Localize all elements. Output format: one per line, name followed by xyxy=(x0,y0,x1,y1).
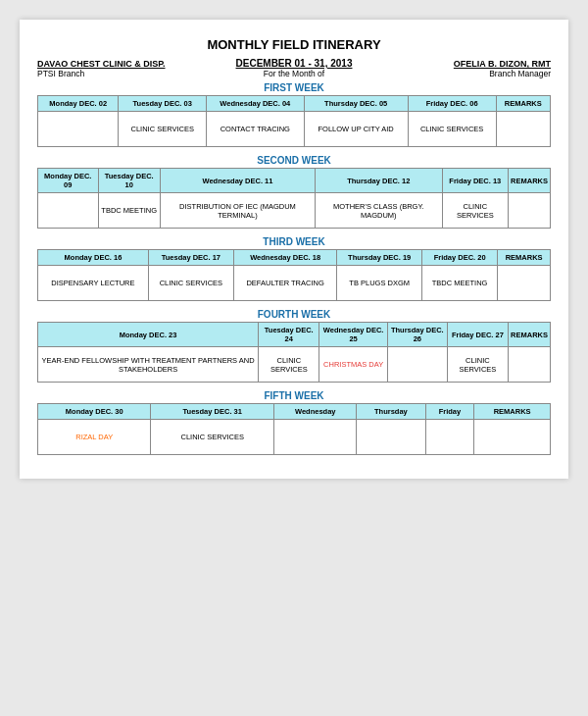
table-row: DISPENSARY LECTURECLINIC SERVICESDEFAULT… xyxy=(38,266,551,301)
week-table-4: Monday DEC. 30Tuesday DEC. 31WednesdayTh… xyxy=(37,403,551,455)
cell-2-0-1: CLINIC SERVICES xyxy=(148,266,233,301)
cell-3-0-3 xyxy=(387,347,447,383)
cell-1-0-4: CLINIC SERVICES xyxy=(442,193,509,229)
col-header-2-1: Tuesday DEC. 17 xyxy=(148,250,233,266)
col-header-0-5: REMARKS xyxy=(496,96,550,112)
col-header-2-4: Friday DEC. 20 xyxy=(422,250,498,266)
main-title: MONTHLY FIELD ITINERARY xyxy=(37,37,551,52)
week-table-1: Monday DEC. 09Tuesday DEC. 10Wednesday D… xyxy=(37,168,551,229)
col-header-2-5: REMARKS xyxy=(498,250,551,266)
col-header-4-2: Wednesday xyxy=(274,404,357,420)
col-header-4-1: Tuesday DEC. 31 xyxy=(151,404,274,420)
page: MONTHLY FIELD ITINERARY DAVAO CHEST CLIN… xyxy=(20,20,568,479)
cell-2-0-0: DISPENSARY LECTURE xyxy=(38,266,149,301)
col-header-1-2: Wednesday DEC. 11 xyxy=(160,169,315,193)
col-header-3-2: Wednesday DEC. 25 xyxy=(319,323,387,347)
col-header-1-4: Friday DEC. 13 xyxy=(442,169,509,193)
cell-4-0-3 xyxy=(357,420,425,455)
col-header-1-5: REMARKS xyxy=(509,169,551,193)
cell-1-0-3: MOTHER'S CLASS (BRGY. MAGDUM) xyxy=(316,193,443,229)
col-header-3-1: Tuesday DEC. 24 xyxy=(259,323,319,347)
cell-3-0-2: CHRISTMAS DAY xyxy=(319,347,387,383)
col-header-0-1: Tuesday DEC. 03 xyxy=(119,96,207,112)
col-header-4-4: Friday xyxy=(425,404,474,420)
week-title-1: SECOND WEEK xyxy=(37,153,551,168)
header-right-sub: Branch Manager xyxy=(379,69,551,78)
cell-2-0-3: TB PLUGS DXGM xyxy=(337,266,422,301)
cell-3-0-5 xyxy=(509,347,551,383)
table-row: TBDC MEETINGDISTRIBUTION OF IEC (MAGDUM … xyxy=(38,193,551,229)
week-section-1: SECOND WEEKMonday DEC. 09Tuesday DEC. 10… xyxy=(37,153,551,229)
col-header-4-5: REMARKS xyxy=(474,404,551,420)
header-right: OFELIA B. DIZON, RMT Branch Manager xyxy=(379,59,551,78)
col-header-4-0: Monday DEC. 30 xyxy=(38,404,151,420)
week-table-0: Monday DEC. 02Tuesday DEC. 03Wednesday D… xyxy=(37,95,551,147)
cell-0-0-4: CLINIC SERVICES xyxy=(408,112,496,147)
cell-0-0-5 xyxy=(496,112,550,147)
table-row: YEAR-END FELLOWSHIP WITH TREATMENT PARTN… xyxy=(38,347,551,383)
header-left: DAVAO CHEST CLINIC & DISP. PTSI Branch xyxy=(37,59,209,78)
cell-4-0-2 xyxy=(274,420,357,455)
cell-4-0-5 xyxy=(474,420,551,455)
header-left-sub: PTSI Branch xyxy=(37,69,209,78)
header-right-label: OFELIA B. DIZON, RMT xyxy=(379,59,551,69)
week-section-4: FIFTH WEEKMonday DEC. 30Tuesday DEC. 31W… xyxy=(37,388,551,455)
week-section-3: FOURTH WEEKMonday DEC. 23Tuesday DEC. 24… xyxy=(37,307,551,383)
week-title-3: FOURTH WEEK xyxy=(37,307,551,322)
cell-1-0-5 xyxy=(509,193,551,229)
cell-0-0-3: FOLLOW UP CITY AID xyxy=(304,112,408,147)
cell-3-0-1: CLINIC SERVICES xyxy=(259,347,319,383)
col-header-0-4: Friday DEC. 06 xyxy=(408,96,496,112)
week-title-2: THIRD WEEK xyxy=(37,234,551,249)
table-row: CLINIC SERVICESCONTACT TRACINGFOLLOW UP … xyxy=(38,112,551,147)
table-row: RIZAL DAYCLINIC SERVICES xyxy=(38,420,551,455)
week-section-2: THIRD WEEKMonday DEC. 16Tuesday DEC. 17W… xyxy=(37,234,551,301)
cell-2-0-4: TBDC MEETING xyxy=(422,266,498,301)
col-header-1-1: Tuesday DEC. 10 xyxy=(98,169,160,193)
cell-4-0-4 xyxy=(425,420,474,455)
week-title-4: FIFTH WEEK xyxy=(37,388,551,403)
col-header-2-3: Thursday DEC. 19 xyxy=(337,250,422,266)
col-header-0-3: Thursday DEC. 05 xyxy=(304,96,408,112)
cell-4-0-0: RIZAL DAY xyxy=(38,420,151,455)
col-header-0-0: Monday DEC. 02 xyxy=(38,96,119,112)
cell-1-0-1: TBDC MEETING xyxy=(98,193,160,229)
col-header-2-0: Monday DEC. 16 xyxy=(38,250,149,266)
header-center: DECEMBER 01 - 31, 2013 For the Month of xyxy=(209,58,380,78)
weeks-container: FIRST WEEKMonday DEC. 02Tuesday DEC. 03W… xyxy=(37,80,551,455)
header-center-label: DECEMBER 01 - 31, 2013 xyxy=(209,58,380,69)
cell-4-0-1: CLINIC SERVICES xyxy=(151,420,274,455)
cell-2-0-2: DEFAULTER TRACING xyxy=(233,266,337,301)
col-header-3-4: Friday DEC. 27 xyxy=(447,323,508,347)
col-header-3-5: REMARKS xyxy=(509,323,551,347)
header-left-label: DAVAO CHEST CLINIC & DISP. xyxy=(37,59,209,69)
cell-2-0-5 xyxy=(498,266,551,301)
cell-0-0-2: CONTACT TRACING xyxy=(207,112,304,147)
col-header-3-3: Thursday DEC. 26 xyxy=(387,323,447,347)
cell-3-0-4: CLINIC SERVICES xyxy=(447,347,508,383)
header-row: DAVAO CHEST CLINIC & DISP. PTSI Branch D… xyxy=(37,58,551,78)
cell-1-0-0 xyxy=(38,193,99,229)
col-header-1-3: Thursday DEC. 12 xyxy=(316,169,443,193)
week-section-0: FIRST WEEKMonday DEC. 02Tuesday DEC. 03W… xyxy=(37,80,551,147)
week-table-2: Monday DEC. 16Tuesday DEC. 17Wednesday D… xyxy=(37,249,551,301)
cell-3-0-0: YEAR-END FELLOWSHIP WITH TREATMENT PARTN… xyxy=(38,347,259,383)
col-header-2-2: Wednesday DEC. 18 xyxy=(233,250,337,266)
col-header-0-2: Wednesday DEC. 04 xyxy=(207,96,304,112)
cell-0-0-1: CLINIC SERVICES xyxy=(119,112,207,147)
col-header-4-3: Thursday xyxy=(357,404,425,420)
col-header-1-0: Monday DEC. 09 xyxy=(38,169,99,193)
cell-0-0-0 xyxy=(38,112,119,147)
week-table-3: Monday DEC. 23Tuesday DEC. 24Wednesday D… xyxy=(37,322,551,383)
header-center-sub: For the Month of xyxy=(209,69,380,78)
cell-1-0-2: DISTRIBUTION OF IEC (MAGDUM TERMINAL) xyxy=(160,193,315,229)
col-header-3-0: Monday DEC. 23 xyxy=(38,323,259,347)
week-title-0: FIRST WEEK xyxy=(37,80,551,95)
